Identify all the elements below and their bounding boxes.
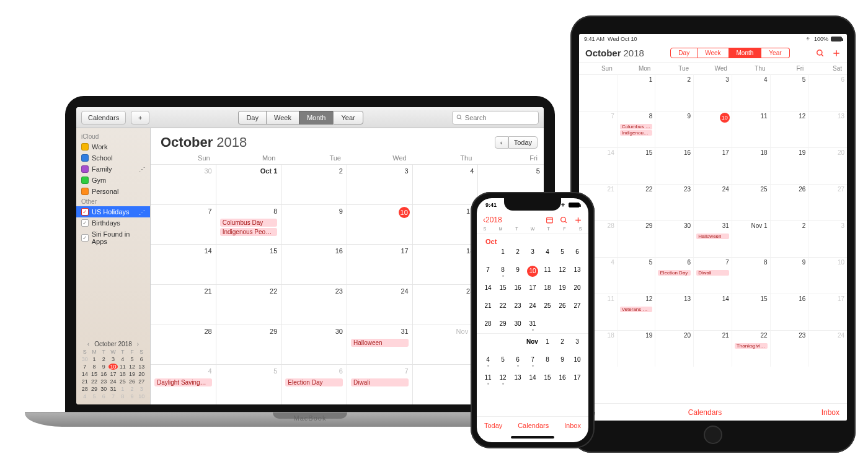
iphone-day-cell[interactable]: 19 [555, 284, 570, 296]
ipad-day-cell[interactable]: 2 [771, 220, 809, 257]
iphone-inbox-button[interactable]: Inbox [564, 422, 581, 429]
ipad-day-cell[interactable]: 30 [655, 220, 694, 257]
ipad-day-cell[interactable]: 2 [655, 74, 694, 111]
iphone-day-cell[interactable]: 5 [495, 356, 510, 368]
sidebar-other-siri-found-in-apps[interactable]: ✓Siri Found in Apps [76, 229, 150, 247]
list-icon[interactable] [546, 216, 554, 224]
ipad-day-cell[interactable]: 17 [808, 294, 847, 330]
mac-day-cell[interactable]: 25 [413, 284, 479, 325]
mini-next-month[interactable]: › [137, 341, 139, 347]
ipad-day-cell[interactable]: 25 [732, 184, 771, 220]
iphone-day-cell[interactable]: 23 [510, 302, 525, 314]
iphone-month-grid-oct[interactable]: 1234567891011121314151617181920212223242… [477, 245, 588, 332]
mac-prev-button[interactable]: ‹ [495, 136, 508, 149]
iphone-day-cell[interactable]: 8 [540, 356, 555, 368]
mac-day-cell[interactable]: 16 [281, 244, 347, 284]
iphone-day-cell[interactable]: 25 [540, 302, 555, 314]
ipad-day-cell[interactable]: 27 [808, 184, 847, 220]
iphone-day-cell[interactable]: 14 [480, 284, 495, 296]
ipad-day-cell[interactable]: 16 [655, 147, 694, 184]
mac-day-cell[interactable]: 15 [216, 244, 282, 284]
ipad-day-cell[interactable]: 9 [655, 111, 694, 147]
iphone-day-cell[interactable]: 3 [570, 338, 585, 350]
iphone-day-cell[interactable] [540, 320, 555, 332]
iphone-day-cell[interactable]: 21 [480, 302, 495, 314]
iphone-day-cell[interactable] [510, 338, 525, 350]
ipad-day-cell[interactable]: 12 [771, 111, 809, 147]
iphone-today-button[interactable]: Today [484, 422, 502, 429]
mac-view-month[interactable]: Month [299, 111, 334, 124]
iphone-day-cell[interactable]: 3 [525, 248, 540, 260]
iphone-day-cell[interactable] [555, 320, 570, 332]
ipad-day-cell[interactable]: 9 [771, 257, 809, 294]
search-icon[interactable] [816, 49, 825, 58]
ipad-day-cell[interactable]: 13 [655, 294, 694, 330]
ipad-day-cell[interactable]: 31Halloween [694, 220, 732, 257]
mac-view-day[interactable]: Day [238, 111, 266, 124]
iphone-day-cell[interactable]: 7 [525, 356, 540, 368]
iphone-day-cell[interactable]: 4 [480, 356, 495, 368]
add-icon[interactable] [574, 216, 582, 224]
ipad-day-cell[interactable] [579, 74, 618, 111]
ipad-day-cell[interactable]: 14 [579, 147, 618, 184]
mac-today-button[interactable]: Today [508, 136, 538, 149]
add-calendar-button[interactable]: + [131, 111, 149, 124]
ipad-view-week[interactable]: Week [698, 48, 728, 58]
mac-day-cell[interactable]: 11 [413, 204, 479, 245]
ipad-day-cell[interactable]: 20 [808, 147, 847, 184]
ipad-day-cell[interactable]: 7 [579, 111, 618, 147]
search-field[interactable] [452, 111, 539, 124]
mac-view-year[interactable]: Year [333, 111, 363, 124]
sidebar-calendar-school[interactable]: School [76, 152, 150, 164]
calendars-toggle-button[interactable]: Calendars [81, 111, 126, 124]
iphone-day-cell[interactable]: 15 [540, 373, 555, 386]
iphone-day-cell[interactable]: 26 [555, 302, 570, 314]
mac-view-segmented[interactable]: DayWeekMonthYear [238, 111, 363, 124]
ipad-day-cell[interactable]: 26 [771, 184, 809, 220]
back-year-button[interactable]: ‹2018 [483, 216, 502, 224]
mac-day-cell[interactable]: 30 [151, 164, 216, 204]
mac-day-cell[interactable]: 8Columbus DayIndigenous Peo… [216, 204, 282, 245]
ipad-day-cell[interactable]: 3 [694, 74, 732, 111]
iphone-day-cell[interactable] [495, 338, 510, 350]
ipad-day-cell[interactable]: 20 [655, 330, 694, 367]
mac-day-cell[interactable]: 10 [347, 204, 413, 245]
iphone-day-cell[interactable]: 14 [525, 373, 540, 386]
iphone-day-cell[interactable]: 20 [570, 284, 585, 296]
search-icon[interactable] [560, 216, 568, 224]
mac-day-cell[interactable]: Oct 1 [216, 164, 282, 204]
event-pill[interactable]: Indigenous Peo… [220, 228, 278, 236]
ipad-day-cell[interactable]: 21 [694, 330, 732, 367]
iphone-day-cell[interactable] [480, 338, 495, 350]
mac-day-cell[interactable]: 21 [151, 284, 216, 325]
iphone-day-cell[interactable]: 17 [570, 373, 585, 386]
iphone-day-cell[interactable]: 24 [525, 302, 540, 314]
event-pill[interactable]: Election Day [658, 270, 691, 276]
iphone-day-cell[interactable]: 27 [570, 302, 585, 314]
iphone-day-cell[interactable]: 12 [555, 266, 570, 278]
iphone-day-cell[interactable]: 18 [540, 284, 555, 296]
ipad-day-cell[interactable]: 22 [618, 184, 656, 220]
mac-day-cell[interactable]: 3 [347, 164, 413, 204]
iphone-day-cell[interactable]: 11 [540, 266, 555, 278]
ipad-calendars-button[interactable]: Calendars [688, 408, 722, 417]
iphone-day-cell[interactable]: 4 [540, 248, 555, 260]
iphone-day-cell[interactable]: 2 [555, 338, 570, 350]
mac-day-cell[interactable]: 9 [281, 204, 347, 245]
iphone-day-cell[interactable]: 8 [495, 266, 510, 278]
ipad-day-cell[interactable]: 23 [771, 330, 809, 367]
mac-day-cell[interactable]: 6Election Day [281, 364, 347, 404]
ipad-day-cell[interactable]: 29 [618, 220, 656, 257]
event-pill[interactable]: Indigenous Peop… [620, 130, 653, 136]
ipad-day-cell[interactable]: 8 [732, 257, 771, 294]
ipad-view-year[interactable]: Year [761, 48, 789, 58]
home-indicator[interactable] [511, 436, 554, 439]
ipad-view-month[interactable]: Month [729, 48, 762, 58]
mac-day-cell[interactable]: 7 [151, 204, 216, 245]
mac-day-cell[interactable]: 2 [281, 164, 347, 204]
iphone-day-cell[interactable]: 6 [570, 248, 585, 260]
mini-prev-month[interactable]: ‹ [87, 341, 89, 347]
mac-day-cell[interactable]: 28 [151, 325, 216, 365]
ipad-day-cell[interactable]: 16 [771, 294, 809, 330]
ipad-home-button[interactable] [704, 426, 722, 444]
